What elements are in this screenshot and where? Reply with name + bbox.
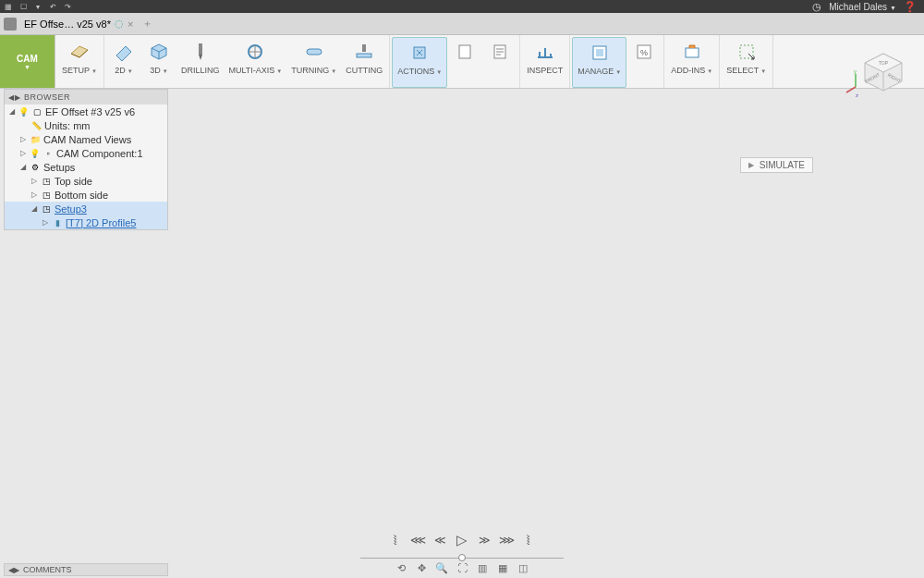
redo-icon[interactable]: ↷ — [63, 2, 72, 11]
addins-button[interactable]: ADD-INS — [666, 37, 717, 88]
svg-point-35 — [494, 260, 504, 269]
browser-named-views[interactable]: ▷ 📁 CAM Named Views — [5, 132, 167, 146]
viewcube[interactable]: TOP FRONT RIGHT y z — [857, 46, 909, 98]
browser-bottom-side[interactable]: ▷ ◳ Bottom side — [5, 188, 167, 202]
tab-title: EF Offse… v25 v8* — [24, 18, 111, 30]
setups-label: Setups — [43, 162, 75, 173]
cutting-label: CUTTING — [346, 66, 383, 75]
svg-rect-24 — [420, 229, 545, 306]
cutting-button[interactable]: CUTTING — [341, 37, 387, 88]
2d-icon — [112, 40, 136, 64]
help-icon[interactable]: ❓ — [904, 1, 917, 13]
browser-top-side[interactable]: ▷ ◳ Top side — [5, 174, 167, 188]
twisty-icon[interactable]: ▷ — [30, 177, 38, 185]
zoom-icon[interactable]: 🔍 — [435, 561, 448, 574]
expand-icon[interactable]: ▶ — [748, 161, 754, 169]
svg-point-33 — [642, 325, 651, 334]
skip-end-icon[interactable]: ⦚ — [522, 534, 535, 547]
inspect-button[interactable]: INSPECT — [522, 37, 567, 88]
twisty-icon[interactable]: ▷ — [19, 135, 27, 143]
2d-label: 2D — [115, 66, 132, 75]
browser-profile-op[interactable]: ▷ ▮ [T7] 2D Profile5 — [5, 215, 167, 229]
twisty-icon[interactable]: ◢ — [19, 163, 27, 171]
profile-label: [T7] 2D Profile5 — [66, 217, 136, 228]
root-label: EF Offset #3 v25 v6 — [45, 106, 135, 117]
skip-start-icon[interactable]: ⦚ — [389, 534, 402, 547]
twisty-icon[interactable]: ▷ — [30, 191, 38, 199]
pan-icon[interactable]: ✥ — [415, 561, 428, 574]
collapse-icon[interactable]: ◀▶ — [8, 93, 20, 102]
collapse-icon[interactable]: ◀▶ — [8, 566, 19, 574]
multiaxis-button[interactable]: MULTI-AXIS — [224, 37, 286, 88]
svg-rect-9 — [596, 49, 603, 56]
browser-setup3[interactable]: ◢ ◳ Setup3 — [5, 202, 167, 215]
comments-panel-header[interactable]: ◀▶ COMMENTS — [4, 563, 168, 576]
browser-root[interactable]: ◢ 💡 ▢ EF Offset #3 v25 v6 — [5, 105, 167, 118]
browser-component[interactable]: ▷ 💡 ▫ CAM Component:1 — [5, 146, 167, 160]
svg-point-32 — [659, 380, 668, 389]
play-icon[interactable]: ▷ — [456, 534, 468, 547]
browser-setups[interactable]: ◢ ⚙ Setups — [5, 160, 167, 174]
comments-label: COMMENTS — [23, 565, 72, 574]
sim-small-1[interactable] — [447, 37, 482, 88]
sheet1-icon — [453, 40, 477, 64]
manage-button[interactable]: MANAGE — [572, 37, 626, 88]
svg-point-39 — [484, 139, 517, 150]
sim-small-2[interactable] — [482, 37, 517, 88]
actions-button[interactable]: ACTIONS — [392, 37, 447, 88]
actions-label: ACTIONS — [397, 67, 442, 76]
twisty-icon[interactable]: ▷ — [19, 149, 27, 157]
multiaxis-icon — [243, 40, 267, 64]
select-button[interactable]: SELECT — [722, 37, 771, 88]
2d-button[interactable]: 2D — [106, 37, 141, 88]
svg-rect-0 — [199, 43, 202, 55]
addins-icon — [680, 40, 704, 64]
manage-small[interactable]: % — [626, 37, 662, 88]
undo-icon[interactable]: ↶ — [48, 2, 57, 11]
svg-text:TOP: TOP — [879, 60, 889, 66]
file-icon[interactable]: ☐ — [18, 2, 28, 11]
next-op-icon[interactable]: ⋙ — [500, 534, 513, 547]
user-menu[interactable]: Michael Dales — [829, 2, 896, 12]
setup-button[interactable]: SETUP — [57, 37, 102, 88]
slider-thumb[interactable] — [458, 554, 466, 561]
view-nav-bar: ⟲ ✥ 🔍 ⛶ ▥ ▦ ◫ — [395, 561, 529, 574]
close-icon[interactable]: × — [128, 18, 133, 30]
fit-icon[interactable]: ⛶ — [456, 561, 468, 574]
turning-icon — [302, 40, 326, 64]
bulb-icon[interactable]: 💡 — [18, 107, 29, 117]
setup-icon — [67, 40, 91, 64]
simulate-panel-header[interactable]: ▶ SIMULATE — [740, 157, 813, 173]
workspace-switcher[interactable]: CAM ▼ — [0, 35, 55, 88]
workspace-label: CAM — [17, 54, 38, 64]
twisty-icon[interactable]: ◢ — [30, 204, 38, 213]
prev-op-icon[interactable]: ⋘ — [411, 534, 424, 547]
twisty-icon[interactable]: ▷ — [42, 218, 49, 227]
grid-icon[interactable]: ▦ — [4, 2, 13, 11]
display-icon[interactable]: ▥ — [476, 561, 489, 574]
grid-icon[interactable]: ▦ — [496, 561, 509, 574]
app-titlebar: ▦ ☐ ▾ ↶ ↷ — [0, 0, 924, 13]
twisty-icon[interactable]: ◢ — [8, 107, 16, 116]
3d-button[interactable]: 3D — [141, 37, 176, 88]
drilling-button[interactable]: DRILLING — [176, 37, 225, 88]
percent-icon: % — [632, 40, 656, 64]
step-back-icon[interactable]: ≪ — [433, 534, 446, 547]
cutting-icon — [352, 40, 376, 64]
step-fwd-icon[interactable]: ≫ — [478, 534, 491, 547]
viewports-icon[interactable]: ◫ — [517, 561, 529, 574]
browser-units[interactable]: 📏 Units: mm — [5, 118, 167, 132]
playback-slider[interactable] — [360, 556, 564, 560]
svg-point-38 — [477, 89, 525, 98]
top-label: Top side — [55, 176, 92, 187]
actions-icon — [407, 41, 432, 65]
turning-button[interactable]: TURNING — [286, 37, 341, 88]
clock-icon[interactable]: ◷ — [812, 1, 821, 13]
document-tab[interactable]: EF Offse… v25 v8* ◌ × — [20, 18, 137, 30]
save-icon[interactable]: ▾ — [33, 2, 43, 11]
ribbon-toolbar: CAM ▼ SETUP 2D 3D DRILLING MULTI-AXIS — [0, 35, 924, 89]
new-tab-button[interactable]: ＋ — [142, 17, 152, 31]
browser-header[interactable]: ◀▶ BROWSER — [5, 90, 167, 105]
orbit-icon[interactable]: ⟲ — [395, 561, 407, 574]
bulb-icon[interactable]: 💡 — [30, 149, 40, 158]
